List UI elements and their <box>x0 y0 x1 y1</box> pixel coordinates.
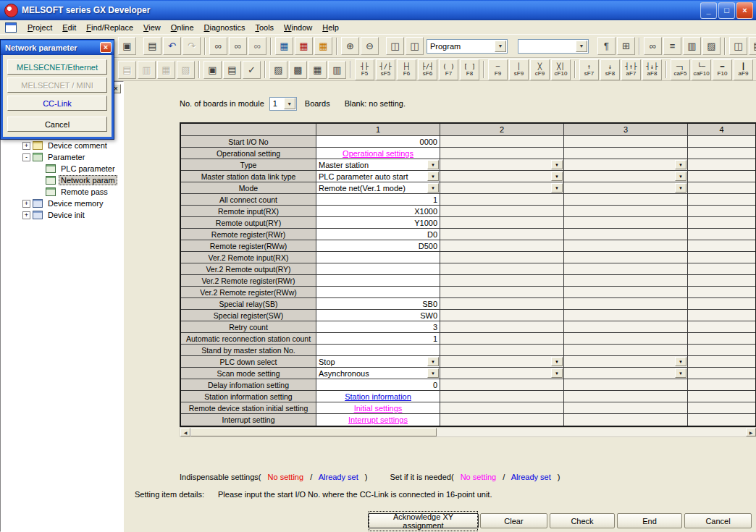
tree-item-device-init[interactable]: +Device init <box>2 209 122 221</box>
cell-all-connect-count-col4[interactable] <box>688 194 755 206</box>
cell-operational-setting-col3[interactable] <box>564 148 688 159</box>
cell-plc-down-select-col4[interactable] <box>688 356 755 368</box>
ladder-f5-button[interactable]: ┤├F5 <box>355 59 374 80</box>
chevron-down-icon[interactable]: ▼ <box>675 160 686 169</box>
cell-interrupt-setting-col2[interactable] <box>440 414 564 426</box>
child-window-icon[interactable] <box>5 22 17 33</box>
zoom-out-button[interactable]: ⊖ <box>361 37 379 55</box>
cell-ver-2-remote-output-ry-col2[interactable] <box>440 263 564 275</box>
cell-automatic-reconnection-station-count-col4[interactable] <box>688 333 755 345</box>
cell-remote-register-rww-col2[interactable] <box>440 240 564 252</box>
cell-start-i-o-no-col4[interactable] <box>688 136 755 148</box>
expand-toggle-icon[interactable]: + <box>22 211 30 219</box>
chevron-down-icon[interactable]: ▼ <box>551 357 563 366</box>
monitor-mode-button[interactable]: ▦ <box>314 37 332 55</box>
chevron-down-icon[interactable]: ▼ <box>576 41 587 52</box>
cell-ver-2-remote-register-rww-col3[interactable] <box>564 287 688 298</box>
cell-link[interactable]: Operational settings <box>316 149 440 158</box>
cell-link[interactable]: Station information <box>316 392 440 401</box>
cell-plc-down-select-col1[interactable]: Stop▼ <box>316 356 440 368</box>
cell-special-relay-sb-col1[interactable]: SB0 <box>316 298 440 310</box>
write-mode-button[interactable]: ▦ <box>295 37 313 55</box>
cell-stand-by-master-station-no-col4[interactable] <box>688 345 755 356</box>
cell-type-col2[interactable]: ▼ <box>440 159 564 171</box>
cell-remote-input-rx-col1[interactable]: X1000 <box>316 206 440 217</box>
menu-online[interactable]: Online <box>166 22 199 33</box>
cell-mode-col1[interactable]: Remote net(Ver.1 mode)▼ <box>316 182 440 194</box>
cell-all-connect-count-col2[interactable] <box>440 194 564 206</box>
menu-tools[interactable]: Tools <box>250 22 279 33</box>
dialog-button-cc-link[interactable]: CC-Link <box>7 96 107 111</box>
ladder-sf5-button[interactable]: ┤/├sF5 <box>376 59 395 80</box>
cell-station-information-setting-col3[interactable] <box>564 391 688 402</box>
cell-master-station-data-link-type-col4[interactable] <box>688 171 755 182</box>
cell-plc-down-select-col3[interactable]: ▼ <box>564 356 688 368</box>
maximize-button[interactable]: □ <box>718 2 735 19</box>
chevron-down-icon[interactable]: ▼ <box>551 172 563 181</box>
cell-remote-register-rwr-col2[interactable] <box>440 229 564 240</box>
boards-count-select[interactable]: 1 ▼ <box>269 97 297 111</box>
ladder-cf10-button[interactable]: ╳│cF10 <box>551 59 571 80</box>
tile-windows-button[interactable]: ◫ <box>406 37 424 55</box>
cell-ver-2-remote-register-rwr-col4[interactable] <box>688 275 755 287</box>
cell-special-relay-sb-col2[interactable] <box>440 298 564 310</box>
button-clear[interactable]: Clear <box>480 513 547 528</box>
ladder-f8-button[interactable]: [ ]F8 <box>460 59 479 80</box>
paste-button[interactable]: ▤ <box>143 37 161 55</box>
cell-start-i-o-no-col3[interactable] <box>564 136 688 148</box>
cell-mode-col3[interactable]: ▼ <box>564 182 688 194</box>
cell-ver-2-remote-input-rx-col1[interactable] <box>316 252 440 263</box>
dialog-button-cancel[interactable]: Cancel <box>7 117 107 132</box>
cell-remote-input-rx-col2[interactable] <box>440 206 564 217</box>
cell-type-col4[interactable] <box>688 159 755 171</box>
ladder-af7-button[interactable]: ┤↑├aF7 <box>621 59 641 80</box>
menu-find-replace[interactable]: Find/Replace <box>81 22 138 33</box>
find-string-button[interactable]: ∞ <box>248 37 266 55</box>
new-window-button[interactable]: ▣ <box>118 37 136 55</box>
chevron-down-icon[interactable]: ▼ <box>284 98 295 109</box>
list-view-button[interactable]: ≡ <box>663 37 681 55</box>
cell-interrupt-setting-col1[interactable]: Interrupt settings <box>316 414 440 426</box>
cell-ver-2-remote-register-rww-col4[interactable] <box>688 287 755 298</box>
cell-stand-by-master-station-no-col1[interactable] <box>316 345 440 356</box>
cell-link[interactable]: Interrupt settings <box>316 415 440 424</box>
find-device-button[interactable]: ∞ <box>209 37 227 55</box>
cell-scan-mode-setting-col3[interactable]: ▼ <box>564 368 688 379</box>
ladder-f9-button[interactable]: ─F9 <box>488 59 508 80</box>
project-data-list-button[interactable]: ▤ <box>749 37 756 55</box>
cell-remote-output-ry-col3[interactable] <box>564 217 688 229</box>
button-acknowledge-xy-assignment[interactable]: Acknowledge XY assignment <box>368 513 479 528</box>
comment-edit-button[interactable]: ¶ <box>597 37 616 55</box>
cell-operational-setting-col4[interactable] <box>688 148 755 159</box>
statement-display-button[interactable]: ▩ <box>289 61 307 79</box>
cell-interrupt-setting-col4[interactable] <box>688 414 755 426</box>
secondary-combo[interactable]: ▼ <box>518 39 589 54</box>
cell-automatic-reconnection-station-count-col3[interactable] <box>564 333 688 345</box>
tree-item-device-comment[interactable]: +Device comment <box>2 140 122 151</box>
cell-interrupt-setting-col3[interactable] <box>564 414 688 426</box>
expand-toggle-icon[interactable]: + <box>22 142 30 150</box>
cell-automatic-reconnection-station-count-col2[interactable] <box>440 333 564 345</box>
chevron-down-icon[interactable]: ▼ <box>427 357 439 366</box>
cell-ver-2-remote-input-rx-col3[interactable] <box>564 252 688 263</box>
cell-station-information-setting-col4[interactable] <box>688 391 755 402</box>
cell-special-register-sw-col1[interactable]: SW0 <box>316 310 440 321</box>
cell-ver-2-remote-register-rww-col2[interactable] <box>440 287 564 298</box>
chevron-down-icon[interactable]: ▼ <box>675 368 686 378</box>
note-display-button[interactable]: ▦ <box>308 61 327 79</box>
ladder-caf5-button[interactable]: ─┐caF5 <box>671 59 690 80</box>
comment-display-button[interactable]: ▨ <box>269 61 287 79</box>
cell-special-register-sw-col2[interactable] <box>440 310 564 321</box>
cell-retry-count-col2[interactable] <box>440 321 564 333</box>
chevron-down-icon[interactable]: ▼ <box>675 172 686 181</box>
cell-plc-down-select-col2[interactable]: ▼ <box>440 356 564 368</box>
cell-remote-output-ry-col2[interactable] <box>440 217 564 229</box>
cell-mode-col2[interactable]: ▼ <box>440 182 564 194</box>
ladder-sf9-button[interactable]: │sF9 <box>509 59 529 80</box>
chevron-down-icon[interactable]: ▼ <box>495 41 506 52</box>
cell-scan-mode-setting-col4[interactable] <box>688 368 755 379</box>
find-contact-button[interactable]: ∞ <box>229 37 247 55</box>
chevron-down-icon[interactable]: ▼ <box>675 357 686 366</box>
scrollbar-thumb[interactable] <box>190 428 437 436</box>
cell-remote-register-rwr-col3[interactable] <box>564 229 688 240</box>
